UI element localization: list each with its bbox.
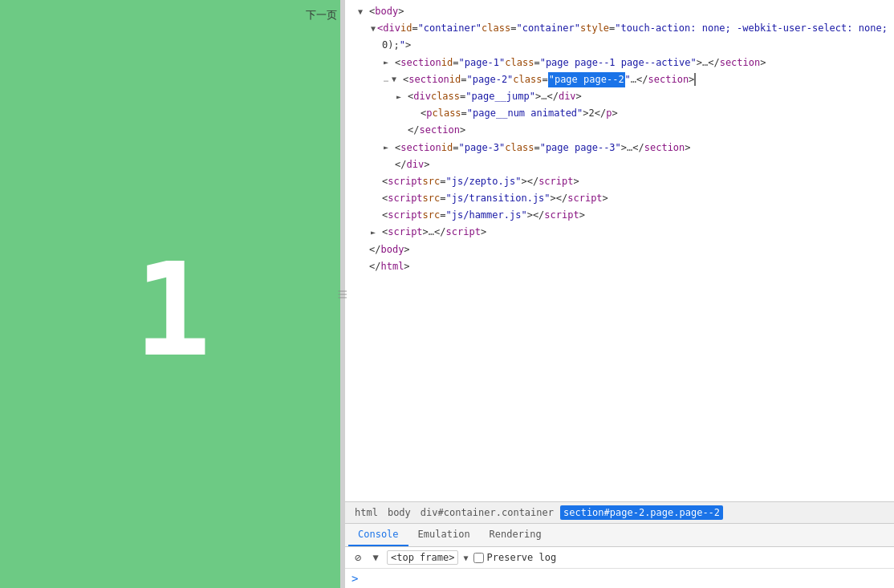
dom-tree: <body> <div id="container" class="contai…	[345, 0, 894, 501]
filter-icon[interactable]: ▼	[369, 551, 382, 564]
tab-console[interactable]: Console	[348, 524, 408, 546]
devtools-pane: <body> <div id="container" class="contai…	[345, 0, 894, 588]
triangle-section3[interactable]	[384, 141, 393, 154]
triangle-body[interactable]	[358, 6, 368, 18]
triangle-section2[interactable]	[392, 73, 401, 86]
dom-line-section3[interactable]: <section id="page-3" class="page page--3…	[345, 140, 894, 156]
console-prompt: >	[352, 572, 358, 585]
side-marker: …	[384, 73, 388, 86]
triangle-script4[interactable]	[371, 226, 380, 239]
breadcrumb-item-section[interactable]: section#page-2.page.page--2	[560, 505, 723, 520]
triangle-div-jump[interactable]	[396, 91, 406, 103]
dom-line-script1[interactable]: <script src="js/zepto.js"></script>	[345, 173, 894, 190]
dom-line-section1[interactable]: <section id="page-1" class="page page--1…	[345, 55, 894, 71]
console-tabs: Console Emulation Rendering	[345, 524, 894, 547]
dom-line-div-close: </div>	[345, 156, 894, 173]
breadcrumb-item-html[interactable]: html	[352, 505, 381, 520]
dom-line-p-num[interactable]: <p class="page__num animated">2</p>	[345, 105, 894, 122]
console-input-field[interactable]	[363, 573, 888, 584]
preview-pane: 下一页 1	[0, 0, 345, 588]
dom-line-section2[interactable]: … <section id="page-2" class="page page-…	[345, 71, 894, 88]
dom-line-div-container[interactable]: <div id="container" class="container" st…	[345, 20, 894, 37]
clear-console-icon[interactable]	[352, 551, 364, 564]
resize-handle[interactable]	[340, 0, 345, 588]
breadcrumb-bar: html body div#container.container sectio…	[345, 501, 894, 524]
preserve-log-area: Preserve log	[473, 552, 557, 563]
preserve-log-label[interactable]: Preserve log	[487, 552, 557, 563]
tab-emulation[interactable]: Emulation	[408, 524, 480, 546]
dom-line-div-jump[interactable]: <div class="page__jump">…</div>	[345, 88, 894, 105]
highlighted-class-value: "page page--2	[548, 72, 625, 87]
dom-line-section-close: </section>	[345, 122, 894, 139]
dom-line-body-close: </body>	[345, 241, 894, 258]
dom-line-html-close: </html>	[345, 258, 894, 275]
tab-rendering[interactable]: Rendering	[480, 524, 551, 546]
page-number-display: 1	[0, 32, 345, 588]
breadcrumb-item-body[interactable]: body	[384, 505, 414, 520]
breadcrumb-item-div[interactable]: div#container.container	[417, 505, 557, 520]
triangle-section1[interactable]	[384, 56, 393, 69]
dom-line-style-cont: 0);">	[345, 37, 894, 54]
console-toolbar: ▼ <top frame> ▼ Preserve log	[345, 547, 894, 569]
frame-dropdown-arrow[interactable]: ▼	[463, 554, 468, 562]
frame-selector[interactable]: <top frame>	[387, 550, 458, 565]
dom-line-script2[interactable]: <script src="js/transition.js"></script>	[345, 190, 894, 207]
triangle-div-container[interactable]	[371, 22, 376, 35]
dom-line-body[interactable]: <body>	[345, 3, 894, 20]
console-input-line: >	[345, 569, 894, 588]
preserve-log-checkbox[interactable]	[473, 553, 484, 563]
next-page-button[interactable]: 下一页	[306, 8, 337, 22]
dom-line-script3[interactable]: <script src="js/hammer.js"></script>	[345, 207, 894, 224]
dom-line-script4[interactable]: <script>…</script>	[345, 224, 894, 241]
